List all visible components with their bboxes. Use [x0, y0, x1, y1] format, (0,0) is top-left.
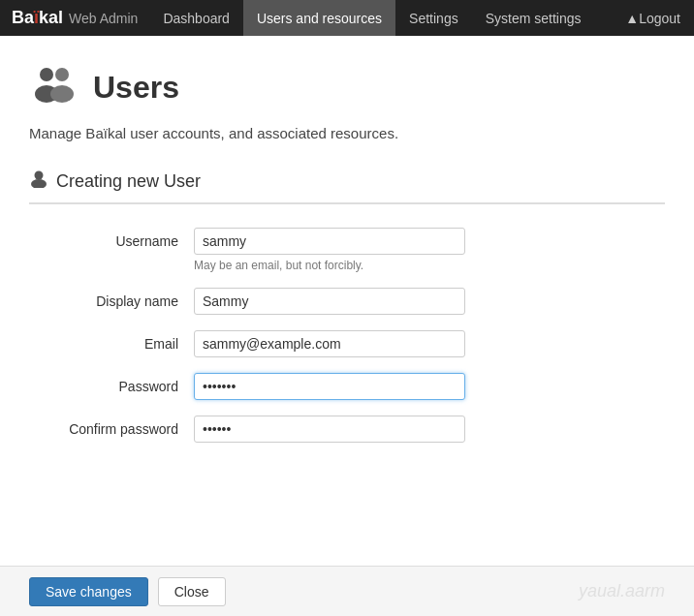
svg-point-3	[50, 85, 74, 103]
logout-icon: ▲	[625, 11, 639, 26]
page-description: Manage Baïkal user accounts, and associa…	[29, 125, 665, 141]
email-label: Email	[39, 330, 194, 352]
nav-settings[interactable]: Settings	[395, 0, 472, 36]
username-input[interactable]	[194, 228, 465, 255]
section-creating-prefix: Creating new	[56, 171, 159, 192]
svg-point-4	[35, 171, 44, 180]
nav-links: Dashboard Users and resources Settings S…	[149, 0, 612, 36]
confirm-password-input[interactable]	[194, 416, 465, 443]
nav-system-settings[interactable]: System settings	[472, 0, 595, 36]
page-header: Users	[29, 65, 665, 109]
section-header: Creating new User	[29, 170, 665, 204]
email-row: Email	[39, 330, 655, 357]
page-title: Users	[93, 70, 179, 106]
username-wrap: May be an email, but not forcibly.	[194, 228, 465, 272]
svg-point-2	[55, 68, 69, 81]
display-name-input[interactable]	[194, 288, 465, 315]
brand-name: Baïkal	[12, 8, 63, 28]
username-label: Username	[39, 228, 194, 249]
display-name-label: Display name	[39, 288, 194, 309]
display-name-row: Display name	[39, 288, 655, 315]
navbar: Baïkal Web Admin Dashboard Users and res…	[0, 0, 694, 36]
nav-logout[interactable]: ▲ Logout	[612, 0, 694, 36]
email-wrap	[194, 330, 465, 357]
page-content: Users Manage Baïkal user accounts, and a…	[0, 36, 694, 443]
brand-logo[interactable]: Baïkal Web Admin	[0, 0, 149, 36]
logout-label: Logout	[639, 11, 680, 26]
username-hint: May be an email, but not forcibly.	[194, 259, 465, 272]
confirm-password-label: Confirm password	[39, 416, 194, 437]
svg-point-0	[40, 68, 53, 81]
users-icon	[29, 65, 79, 109]
confirm-password-row: Confirm password	[39, 416, 655, 443]
section-user-icon	[29, 170, 48, 193]
svg-point-5	[31, 179, 47, 188]
password-row: Password	[39, 373, 655, 400]
password-input[interactable]	[194, 373, 465, 400]
confirm-password-wrap	[194, 416, 465, 443]
password-wrap	[194, 373, 465, 400]
brand-webadmin: Web Admin	[69, 11, 138, 26]
display-name-wrap	[194, 288, 465, 315]
email-input[interactable]	[194, 330, 465, 357]
create-user-form: Username May be an email, but not forcib…	[29, 228, 665, 443]
username-row: Username May be an email, but not forcib…	[39, 228, 655, 272]
section-entity: User	[164, 171, 201, 192]
nav-users-and-resources[interactable]: Users and resources	[243, 0, 395, 36]
password-label: Password	[39, 373, 194, 394]
nav-dashboard[interactable]: Dashboard	[149, 0, 243, 36]
